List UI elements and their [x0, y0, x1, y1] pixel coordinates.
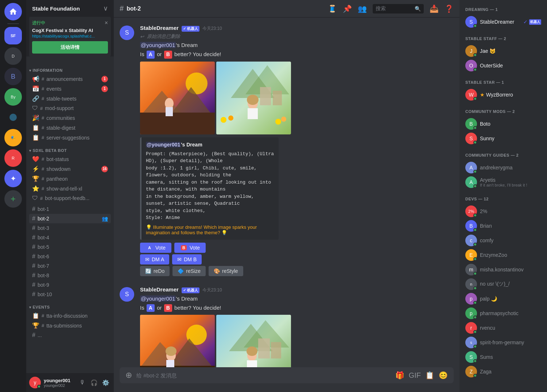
channel-bot-8[interactable]: # bot-8	[29, 271, 111, 280]
member-2pct[interactable]: 2% 2%	[462, 204, 544, 219]
sticker-icon[interactable]: 📋	[425, 371, 434, 380]
dm-a-button-1[interactable]: ✉ DM A	[140, 254, 169, 264]
category-sdxl[interactable]: ▾ SDXL BETA BOT	[26, 142, 114, 154]
member-jae[interactable]: J Jae 😺	[462, 44, 544, 58]
channel-bot-1[interactable]: # bot-1	[29, 204, 111, 214]
gift-icon[interactable]: 🎁	[395, 371, 404, 380]
message-text-2: @younger001's Dream	[140, 295, 454, 302]
member-sunny[interactable]: S Sunny	[462, 131, 544, 146]
server-icon-7[interactable]: ✦	[4, 170, 22, 187]
search-box[interactable]: 搜索 🔍	[373, 4, 424, 13]
member-spirit[interactable]: s spirit-from-germany	[462, 335, 544, 350]
emoji-icon[interactable]: 😊	[439, 371, 448, 380]
member-zaga[interactable]: Z Zaga	[462, 364, 544, 379]
home-server-icon[interactable]	[4, 3, 22, 20]
channel-showdown[interactable]: ⚡ # showdown 16	[29, 164, 111, 174]
member-palp[interactable]: p palp 🌙	[462, 291, 544, 306]
verified-icon-stabledreamer: ✓	[523, 19, 528, 25]
diffuse-server-icon[interactable]: D	[4, 47, 22, 65]
deleted-ref: ↩ 原始消息已删除	[140, 33, 454, 40]
channel-bot-10[interactable]: # bot-10	[29, 290, 111, 299]
channel-tta-submissions[interactable]: 🏆 # tta-submissions	[29, 321, 111, 330]
add-attachment-button[interactable]: ⊕	[125, 371, 132, 380]
server-icon-3[interactable]: By	[4, 88, 22, 106]
settings-button[interactable]: ⚙️	[101, 377, 111, 388]
channel-bot-3[interactable]: # bot-3	[29, 223, 111, 233]
server-icon-6[interactable]: R	[4, 149, 22, 167]
channel-extra[interactable]: # ...	[29, 330, 111, 340]
dm-event-link[interactable]: https://stabilityaicogx.splashthat.c...	[32, 34, 108, 38]
bot-tag-2: ✓ 机器人	[182, 287, 199, 293]
channel-bot-2[interactable]: # bot-2 👥	[29, 214, 111, 223]
channel-show-and-tell-xl[interactable]: ⭐ # show-and-tell-xl	[29, 184, 111, 193]
category-events[interactable]: ▾ EVENTS	[26, 299, 114, 311]
member-misha[interactable]: m misha.konstantinov	[462, 262, 544, 277]
channel-bot-status[interactable]: ❤️ # bot-status	[29, 154, 111, 164]
gif-icon[interactable]: GIF	[409, 371, 421, 380]
member-andrekerygma[interactable]: A andrekerygma	[462, 160, 544, 175]
channel-server-suggestions[interactable]: 📋 # server-suggestions	[29, 133, 111, 142]
resize-button-1[interactable]: 🔷 reSize	[172, 266, 206, 276]
member-brian[interactable]: B Brian	[462, 219, 544, 233]
channel-announcements[interactable]: 📢 # announcements 1	[29, 74, 111, 84]
member-sums[interactable]: S Sums	[462, 350, 544, 364]
add-server-icon[interactable]: +	[4, 190, 22, 208]
sidebar-channels: ▾ INFORMATION 📢 # announcements 1 📅 # ev…	[26, 59, 114, 373]
server-icon-5[interactable]: 🎭	[4, 129, 22, 146]
member-no-usr[interactable]: n no usr \(ツ)_/	[462, 277, 544, 291]
vote-b-button-1[interactable]: B Vote	[174, 243, 206, 253]
member-avatar-no-usr: n	[465, 278, 477, 290]
crown-icon-wyzborrero: ★	[480, 92, 485, 98]
svg-point-19	[247, 95, 259, 105]
member-aryetis[interactable]: A Aryetis If it ain't broke, I'll break …	[462, 175, 544, 189]
member-outerside[interactable]: O OuterSide	[462, 58, 544, 73]
channel-mod-support[interactable]: 🛡 # mod-support	[29, 103, 111, 113]
member-comfy[interactable]: c comfy	[462, 233, 544, 248]
category-information[interactable]: ▾ INFORMATION	[26, 62, 114, 74]
restyle-button-1[interactable]: 🎨 reStyle	[209, 266, 243, 276]
chat-input-field[interactable]	[136, 369, 391, 382]
member-boto[interactable]: B Boto	[462, 117, 544, 131]
channel-communities[interactable]: 🎉 # communities	[29, 113, 111, 123]
section-dreaming: DREAMING — 1 S StableDreamer ✓ 机器人	[462, 6, 544, 29]
member-enzymezoo[interactable]: E EnzymeZoo	[462, 248, 544, 262]
redo-button-1[interactable]: 🔄 reDo	[140, 266, 170, 276]
channel-bot-6[interactable]: # bot-6	[29, 252, 111, 261]
member-pharmapsychotic[interactable]: p pharmapsychotic	[462, 306, 544, 321]
server-icon-4[interactable]	[4, 109, 22, 126]
mute-button[interactable]: 🎙	[77, 377, 88, 388]
section-dreaming-title: DREAMING — 1	[462, 6, 544, 13]
members-icon[interactable]: 👥	[358, 4, 367, 13]
channel-pantheon[interactable]: 🏆 # pantheon	[29, 174, 111, 184]
member-name-misha: misha.konstantinov	[480, 267, 541, 273]
channel-tta-info-discussion[interactable]: 📋 # tta-info-discussion	[29, 311, 111, 321]
channel-events[interactable]: 📅 # events 1	[29, 84, 111, 94]
mention-younger001-2[interactable]: @younger001	[140, 295, 176, 302]
pin-icon[interactable]: 📌	[343, 4, 352, 13]
bot-tag-1: ✓ 机器人	[182, 26, 199, 32]
dm-b-button-1[interactable]: ✉ DM B	[172, 254, 202, 264]
channel-bot-4[interactable]: # bot-4	[29, 233, 111, 242]
thread-icon[interactable]: 🧵	[328, 4, 337, 13]
member-wyzborrero[interactable]: W ★ WyzBorrero	[462, 87, 544, 102]
server-dropdown-icon[interactable]: ∨	[103, 4, 108, 12]
inbox-icon[interactable]: 📥	[430, 4, 439, 13]
svg-point-39	[247, 346, 257, 356]
channel-stable-tweets[interactable]: 🔗 # stable-tweets	[29, 94, 111, 103]
dm-activity-button[interactable]: 活动详情	[32, 41, 108, 54]
vote-a-button-1[interactable]: A Vote	[140, 243, 171, 253]
channel-bot-5[interactable]: # bot-5	[29, 242, 111, 252]
deafen-button[interactable]: 🎧	[89, 377, 99, 388]
member-stabledreamer[interactable]: S StableDreamer ✓ 机器人	[462, 15, 544, 29]
server-icon-b[interactable]: B	[4, 68, 22, 85]
stable-foundation-server-icon[interactable]: SF	[4, 27, 22, 44]
dm-close-button[interactable]: ×	[105, 20, 108, 26]
channel-bot-7[interactable]: # bot-7	[29, 261, 111, 271]
channel-stable-digest[interactable]: 📋 # stable-digest	[29, 123, 111, 133]
member-rvencu[interactable]: r rvencu	[462, 321, 544, 335]
mention-younger001-1[interactable]: @younger001	[140, 42, 176, 48]
help-icon[interactable]: ❓	[445, 4, 454, 13]
channel-bot-support-feedb[interactable]: 🛡 # bot-support-feedb...	[29, 193, 111, 203]
channel-bot-9[interactable]: # bot-9	[29, 280, 111, 290]
footer-action-icons: 🎙 🎧 ⚙️	[77, 377, 111, 388]
